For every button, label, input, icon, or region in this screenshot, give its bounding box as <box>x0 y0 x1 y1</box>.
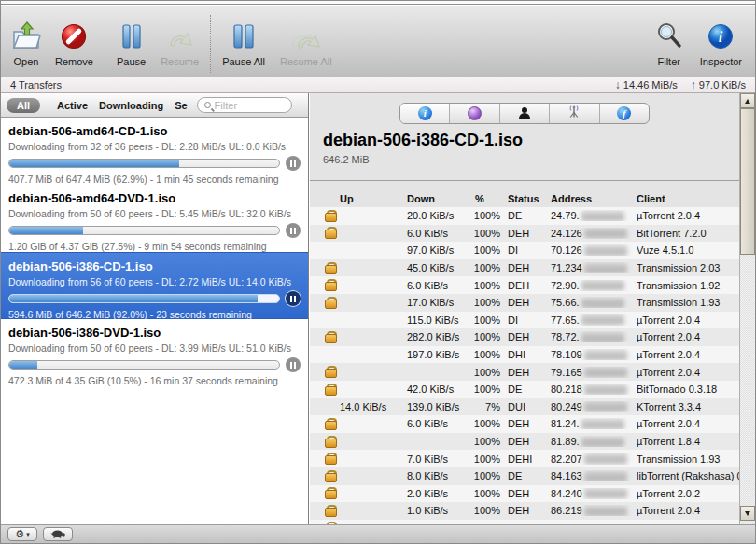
pause-all-button[interactable]: Pause All <box>222 13 265 67</box>
peer-client: BitTorrent 7.2.0 <box>637 228 739 239</box>
peer-row[interactable]: 6.0 KiB/s 100% DEH 81.24. µTorrent 2.0.4 <box>310 415 739 433</box>
tab-files[interactable]: f <box>600 104 649 123</box>
torrent-row[interactable]: debian-506-amd64-CD-1.iso Downloading fr… <box>1 118 308 185</box>
open-button[interactable]: Open <box>10 13 42 67</box>
speed-limit-button[interactable] <box>43 527 73 541</box>
resume-all-button: Resume All <box>280 13 332 67</box>
filter-search-field[interactable] <box>197 97 292 113</box>
peer-status-flags: DEH <box>504 262 551 273</box>
filter-search-input[interactable] <box>215 100 274 111</box>
filter-button[interactable]: Filter <box>655 13 683 67</box>
torrent-pause-button[interactable] <box>286 357 301 372</box>
peer-row[interactable]: 100% DEH 79.165 µTorrent 2.0.4 <box>310 363 739 381</box>
torrent-progress-bar <box>8 159 280 168</box>
scroll-up-button[interactable] <box>740 93 755 108</box>
peer-client: KTorrent 3.3.4 <box>637 401 739 412</box>
peer-address: 75.66. <box>551 297 637 308</box>
filter-tab-downloading[interactable]: Downloading <box>99 100 163 111</box>
torrent-status-line: 407.7 MiB of 647.4 MiB (62.9%) - 1 min 4… <box>8 174 301 185</box>
inspector-torrent-title: debian-506-i386-CD-1.iso <box>323 131 726 150</box>
peer-down-rate: 282.0 KiB/s <box>405 331 470 342</box>
actions-menu-button[interactable]: ⚙ ▾ <box>7 527 37 541</box>
peer-status-flags: DEH <box>504 505 551 516</box>
filter-tab-active[interactable]: Active <box>57 100 88 111</box>
transmission-window: Open Remove <box>0 0 756 544</box>
turtle-icon <box>50 526 66 543</box>
peer-address: 79.165 <box>551 367 637 378</box>
peer-row[interactable]: 115.0 KiB/s 100% DI 77.65. µTorrent 2.0.… <box>310 312 739 329</box>
peer-row[interactable]: 1.0 KiB/s 100% DEH 86.219 µTorrent 2.0.4 <box>310 502 739 520</box>
scrollbar-thumb[interactable] <box>740 108 755 255</box>
torrent-name: debian-506-amd64-DVD-1.iso <box>8 191 301 205</box>
inspector-scrollbar[interactable] <box>739 93 755 524</box>
peer-client: µTorrent 2.0.4 <box>637 418 739 429</box>
filter-tab-all[interactable]: All <box>7 98 40 113</box>
column-header-status[interactable]: Status <box>504 193 551 204</box>
peer-row[interactable]: 20.0 KiB/s 100% DE 24.79. µTorrent 2.0.4 <box>310 207 739 225</box>
download-arrow-icon: ↓ <box>615 78 621 91</box>
torrent-list: debian-506-amd64-CD-1.iso Downloading fr… <box>1 118 308 386</box>
peer-row[interactable]: 197.0 KiB/s 100% DHI 78.109 µTorrent 2.0… <box>310 346 739 364</box>
filter-tab-seeding[interactable]: Se <box>175 100 187 111</box>
lock-icon <box>325 505 335 517</box>
peer-percent: 100% <box>470 228 504 239</box>
column-header-percent[interactable]: % <box>470 193 504 204</box>
peer-row[interactable]: 100% DEH 81.89. µTorrent 1.8.4 <box>310 433 739 451</box>
dropdown-arrow-icon: ▾ <box>26 531 30 538</box>
peer-row[interactable]: 97.0 KiB/s 100% DI 70.126 Vuze 4.5.1.0 <box>310 242 739 259</box>
peer-row[interactable]: 7.0 KiB/s 100% DEHI 82.207 Transmission … <box>310 450 739 467</box>
peer-down-rate: 7.0 KiB/s <box>405 453 470 465</box>
peer-row[interactable]: 45.0 KiB/s 100% DEH 71.234 Transmission … <box>310 259 739 277</box>
peer-percent: 100% <box>470 210 504 221</box>
bottom-bar: ⚙ ▾ <box>1 524 755 543</box>
peer-row[interactable]: 282.0 KiB/s 100% DEH 78.72. µTorrent 2.0… <box>310 328 739 346</box>
peer-status-flags: DI <box>504 314 551 326</box>
window-top-edge <box>1 1 755 5</box>
column-header-down[interactable]: Down <box>405 193 470 204</box>
peer-status-flags: DEH <box>504 331 551 342</box>
tab-info[interactable]: i <box>400 104 450 123</box>
column-header-client[interactable]: Client <box>637 193 739 204</box>
torrent-row[interactable]: debian-506-i386-DVD-1.iso Downloading fr… <box>1 319 308 386</box>
tab-tracker[interactable] <box>550 104 599 123</box>
torrent-pause-button[interactable] <box>286 291 301 306</box>
resume-all-button-label: Resume All <box>280 56 332 67</box>
column-header-up[interactable]: Up <box>338 193 405 204</box>
peer-row[interactable]: 14.0 KiB/s 139.0 KiB/s 7% DUI 80.249 KTo… <box>310 398 739 416</box>
redacted-address-blur <box>584 350 627 360</box>
pause-button[interactable]: Pause <box>117 13 146 67</box>
peer-row[interactable]: 6.0 KiB/s 100% DEH 72.90. Transmission 1… <box>310 276 739 294</box>
torrent-pause-button[interactable] <box>286 156 301 171</box>
peer-row[interactable]: 2.0 KiB/s 100% DEH 84.240 µTorrent 2.0.2 <box>310 485 739 503</box>
peer-row[interactable]: 17.0 KiB/s 100% DEH 75.66. Transmission … <box>310 294 739 312</box>
lock-icon <box>325 384 335 396</box>
peer-percent: 100% <box>470 453 504 465</box>
status-bar: 4 Transfers ↓ 14.46 MiB/s ↑ 97.0 KiB/s <box>1 77 755 93</box>
peer-percent: 100% <box>470 418 504 429</box>
main-area: All Active Downloading Se debian-506-amd… <box>1 93 755 524</box>
total-upload-rate: ↑ 97.0 KiB/s <box>691 78 746 91</box>
inspector-button[interactable]: i Inspector <box>700 13 742 67</box>
peer-percent: 100% <box>470 262 504 273</box>
remove-button[interactable]: Remove <box>55 13 93 67</box>
tab-peers[interactable] <box>500 104 550 123</box>
gear-icon: ⚙ <box>15 529 24 539</box>
peer-row[interactable]: 6.0 KiB/s 100% DEH 24.126 BitTorrent 7.2… <box>310 225 739 243</box>
peer-address: 80.218 <box>551 384 637 395</box>
peer-status-flags: DEH <box>504 488 551 499</box>
peer-client: µTorrent 2.0.4 <box>637 367 739 378</box>
lock-icon <box>325 487 335 499</box>
torrent-row-selected[interactable]: debian-506-i386-CD-1.iso Downloading fro… <box>1 252 308 319</box>
column-header-address[interactable]: Address <box>551 193 637 204</box>
torrent-row[interactable]: debian-506-amd64-DVD-1.iso Downloading f… <box>1 185 308 252</box>
tab-activity[interactable] <box>450 104 499 123</box>
peer-row[interactable]: 42.0 KiB/s 100% DE 80.218 BitTornado 0.3… <box>310 381 739 398</box>
scroll-down-button[interactable] <box>740 506 755 521</box>
open-folder-icon <box>10 18 42 51</box>
peer-down-rate: 6.0 KiB/s <box>405 418 470 429</box>
torrent-pause-button[interactable] <box>286 223 301 238</box>
peer-client: µTorrent 2.0.4 <box>637 349 739 360</box>
peer-percent: 100% <box>470 244 504 256</box>
peer-row[interactable]: 8.0 KiB/s 100% DE 84.163 libTorrent (Rak… <box>310 467 739 485</box>
peer-status-flags: DHI <box>504 349 551 360</box>
